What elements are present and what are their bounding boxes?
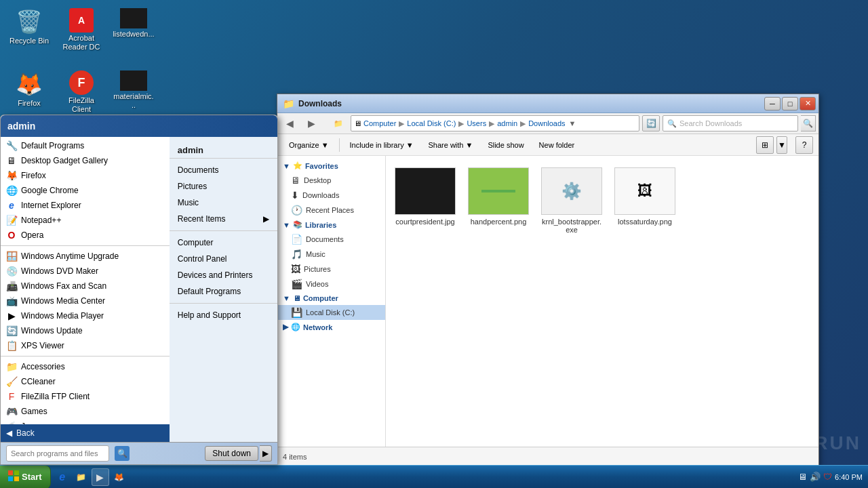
desktop-icon-material[interactable]: materialmic... <box>110 68 157 113</box>
search-field[interactable]: 🔍 Search Downloads <box>663 115 798 131</box>
app-default-programs[interactable]: 🔧 Default Programs <box>1 138 170 153</box>
place-devices-printers[interactable]: Devices and Printers <box>170 268 277 283</box>
views-dropdown-button[interactable]: ▼ <box>776 136 787 154</box>
app-windows-fax[interactable]: 📠 Windows Fax and Scan <box>1 279 170 293</box>
taskbar: Start e 📁 ▶ 🦊 🖥 🔊 🛡 6:40 PM <box>0 465 868 488</box>
addr-downloads[interactable]: Downloads <box>528 119 565 127</box>
nav-pictures[interactable]: 🖼 Pictures <box>277 262 385 277</box>
nav-computer-header[interactable]: ▼ 🖥 Computer <box>277 291 385 305</box>
organize-button[interactable]: Organize ▼ <box>283 136 335 154</box>
place-music[interactable]: Music <box>170 195 277 210</box>
tray-volume-icon[interactable]: 🔊 <box>810 472 821 482</box>
addr-users[interactable]: Users <box>467 119 486 127</box>
app-windows-anytime[interactable]: 🪟 Windows Anytime Upgrade <box>1 249 170 264</box>
share-with-label: Share with <box>429 141 464 149</box>
nav-documents[interactable]: 📄 Documents <box>277 232 385 247</box>
desktop-icon-firefox[interactable]: 🦊 Firefox <box>5 68 53 110</box>
nav-videos[interactable]: 🎬 Videos <box>277 277 385 291</box>
nav-libraries-header[interactable]: ▼ 📚 Libraries <box>277 218 385 232</box>
recent-items-arrow-icon: ▶ <box>263 214 269 224</box>
app-windows-media-player[interactable]: ▶ Windows Media Player <box>1 308 170 323</box>
refresh-button[interactable]: 🔄 <box>642 115 660 131</box>
search-programs-button[interactable]: 🔍 <box>115 446 130 461</box>
app-chrome[interactable]: 🌐 Google Chrome <box>1 183 170 198</box>
place-pictures[interactable]: Pictures <box>170 179 277 194</box>
app-ie[interactable]: e Internet Explorer <box>1 198 170 213</box>
place-help-support[interactable]: Help and Support <box>170 308 277 323</box>
file-item-handpercent[interactable]: handpercent.png <box>465 161 532 240</box>
app-firefox[interactable]: 🦊 Firefox <box>1 168 170 183</box>
address-dropdown-icon[interactable]: ▼ <box>569 119 576 127</box>
new-folder-button[interactable]: New folder <box>533 136 581 154</box>
desktop-icon-recycle-bin[interactable]: 🗑️ Recycle Bin <box>5 5 53 48</box>
app-ccleaner[interactable]: 🧹 CCleaner <box>1 374 170 389</box>
place-computer[interactable]: Computer <box>170 235 277 250</box>
file-name-lotssaturday: lotssaturday.png <box>618 218 672 226</box>
place-default-programs[interactable]: Default Programs <box>170 284 277 299</box>
shutdown-arrow-button[interactable]: ▶ <box>260 445 272 462</box>
app-notepadpp[interactable]: 📝 Notepad++ <box>1 213 170 228</box>
addr-admin[interactable]: admin <box>497 119 517 127</box>
share-with-button[interactable]: Share with ▼ <box>422 136 479 154</box>
app-xps-viewer[interactable]: 📋 XPS Viewer <box>1 338 170 353</box>
place-control-panel[interactable]: Control Panel <box>170 251 277 266</box>
place-recent-items[interactable]: Recent Items ▶ <box>170 211 277 226</box>
addr-computer[interactable]: Computer <box>363 119 396 127</box>
start-menu-apps-list: 🔧 Default Programs 🖥 Desktop Gadget Gall… <box>1 137 170 424</box>
nav-videos-icon: 🎬 <box>291 279 302 289</box>
include-library-button[interactable]: Include in library ▼ <box>344 136 420 154</box>
shutdown-button[interactable]: Shut down <box>205 446 258 461</box>
window-titlebar: 📁 Downloads ─ □ ✕ <box>277 94 818 113</box>
views-button[interactable]: ⊞ <box>756 136 774 154</box>
file-item-lotssaturday[interactable]: 🖼 lotssaturday.png <box>611 161 679 240</box>
address-bar[interactable]: 🖥 Computer ▶ Local Disk (C:) ▶ Users ▶ a… <box>351 115 639 131</box>
tray-network-icon[interactable]: 🖥 <box>798 472 807 482</box>
addr-local-disk[interactable]: Local Disk (C:) <box>407 119 456 127</box>
app-desktop-gadget[interactable]: 🖥 Desktop Gadget Gallery <box>1 153 170 168</box>
app-windows-dvd[interactable]: 💿 Windows DVD Maker <box>1 264 170 279</box>
forward-nav-button[interactable]: ▶ <box>302 115 321 132</box>
maximize-button[interactable]: □ <box>782 97 798 110</box>
acrobat-label: Acrobat Reader DC <box>60 34 102 52</box>
back-button[interactable]: ◀ Back <box>1 424 170 442</box>
nav-network-header[interactable]: ▶ 🌐 Network <box>277 320 385 334</box>
up-nav-button[interactable]: 📁 <box>329 115 348 132</box>
place-documents[interactable]: Documents <box>170 163 277 178</box>
address-icon: 🖥 <box>354 119 361 127</box>
search-programs-input[interactable] <box>6 445 109 462</box>
opera-icon: O <box>6 230 17 241</box>
start-button[interactable]: Start <box>0 466 51 489</box>
file-item-krnl[interactable]: ⚙️ krnl_bootstrapper.exe <box>538 161 606 240</box>
taskbar-media-icon[interactable]: ▶ <box>92 468 109 486</box>
app-accessories[interactable]: 📁 Accessories <box>1 359 170 374</box>
search-execute-button[interactable]: 🔍 <box>801 115 816 131</box>
slide-show-button[interactable]: Slide show <box>481 136 530 154</box>
nav-music[interactable]: 🎵 Music <box>277 247 385 262</box>
tray-security-icon[interactable]: 🛡 <box>823 472 832 482</box>
desktop-icon-listedwed[interactable]: listedwedn... <box>110 5 157 41</box>
start-menu-body: 🔧 Default Programs 🖥 Desktop Gadget Gall… <box>1 137 277 442</box>
taskbar-ie-icon[interactable]: e <box>54 468 71 486</box>
nav-recent-places[interactable]: 🕐 Recent Places <box>277 203 385 218</box>
windows-anytime-icon: 🪟 <box>6 251 17 262</box>
back-nav-button[interactable]: ◀ <box>280 115 299 132</box>
nav-favorites-header[interactable]: ▼ ⭐ Favorites <box>277 159 385 173</box>
desktop-icon-filezilla[interactable]: F FileZilla Client <box>58 68 105 117</box>
nav-desktop[interactable]: 🖥 Desktop <box>277 173 385 188</box>
app-opera[interactable]: O Opera <box>1 228 170 243</box>
close-button[interactable]: ✕ <box>800 97 816 110</box>
recycle-bin-icon: 🗑️ <box>16 8 43 35</box>
file-item-courtpresident[interactable]: courtpresident.jpg <box>391 161 459 240</box>
app-games[interactable]: 🎮 Games <box>1 404 170 419</box>
help-button[interactable]: ? <box>795 136 813 154</box>
app-windows-media-center[interactable]: 📺 Windows Media Center <box>1 293 170 308</box>
taskbar-explorer-icon[interactable]: 📁 <box>73 468 90 486</box>
nav-local-disk[interactable]: 💾 Local Disk (C:) <box>277 305 385 320</box>
app-windows-update[interactable]: 🔄 Windows Update <box>1 323 170 338</box>
app-java[interactable]: ☕ Java <box>1 419 170 424</box>
minimize-button[interactable]: ─ <box>764 97 781 110</box>
desktop-icon-acrobat[interactable]: A Acrobat Reader DC <box>58 5 105 54</box>
nav-downloads[interactable]: ⬇ Downloads <box>277 188 385 203</box>
taskbar-firefox-taskbar-icon[interactable]: 🦊 <box>111 468 128 486</box>
app-filezilla-ftp[interactable]: F FileZilla FTP Client <box>1 389 170 404</box>
